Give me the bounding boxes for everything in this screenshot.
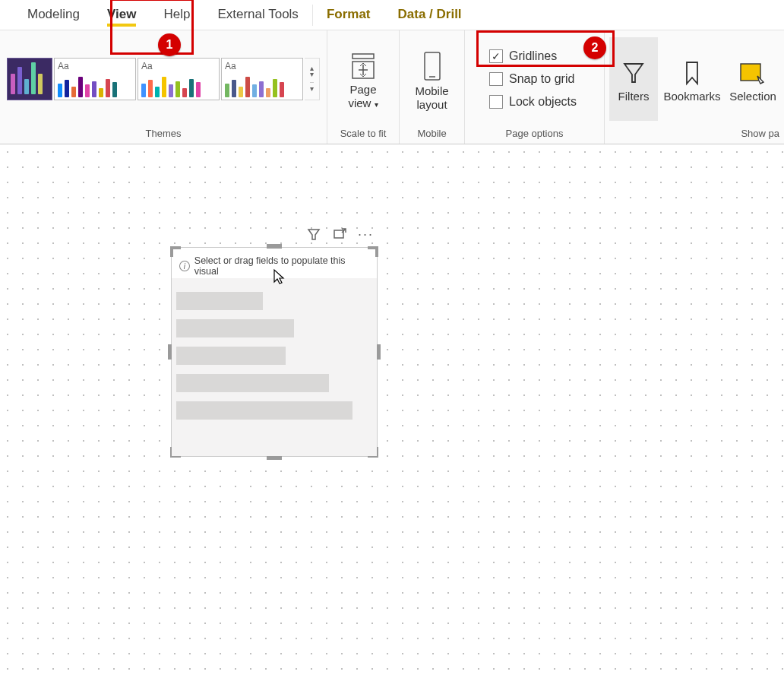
placeholder-bar: [176, 401, 352, 420]
mobile-layout-sublabel: layout: [417, 98, 447, 111]
tab-help[interactable]: Help: [150, 0, 204, 30]
callout-badge-1: 1: [158, 33, 181, 56]
more-options-icon[interactable]: ···: [358, 227, 374, 244]
checkbox-empty-icon: [489, 95, 503, 109]
group-show-panes: Filters Bookmarks Selection Show pa: [605, 30, 784, 144]
svg-rect-2: [425, 52, 440, 80]
filter-icon: [620, 59, 647, 87]
mobile-layout-button[interactable]: Mobile layout: [402, 37, 463, 121]
placeholder-bar: [176, 347, 286, 365]
chevron-down-icon: ▾: [375, 100, 378, 109]
theme-swatch-2[interactable]: Aa: [54, 58, 136, 100]
placeholder-bar: [176, 319, 294, 337]
group-mobile: Mobile layout Mobile: [400, 30, 465, 144]
callout-badge-2: 2: [583, 36, 606, 59]
theme-swatch-1[interactable]: [7, 58, 52, 100]
snap-label: Snap to grid: [509, 72, 574, 86]
placeholder-bar: [176, 292, 263, 310]
gridlines-label: Gridlines: [509, 49, 557, 63]
checkmark-icon: ✓: [489, 49, 503, 63]
themes-dropdown[interactable]: ▴ ▾ ▾: [305, 58, 320, 100]
tab-view[interactable]: View: [93, 0, 150, 30]
visual-toolbar: ···: [303, 225, 377, 246]
placeholder-bar: [176, 374, 329, 392]
group-label-scale: Scale to fit: [340, 125, 387, 144]
report-canvas[interactable]: ··· i Select or drag fields to populate …: [0, 144, 784, 678]
filters-pane-button[interactable]: Filters: [609, 37, 658, 121]
theme-aa-label: Aa: [58, 61, 132, 71]
group-scale: Page view ▾ Scale to fit: [327, 30, 400, 144]
svg-rect-0: [352, 54, 374, 59]
bookmark-icon: [681, 59, 703, 87]
resize-handle-t[interactable]: [267, 244, 282, 249]
ribbon: Aa Aa: [0, 30, 784, 144]
group-label-show: Show pa: [741, 125, 779, 144]
tab-format[interactable]: Format: [313, 0, 384, 30]
visual-message-text: Select or drag fields to populate this v…: [194, 255, 369, 277]
placeholder-chart: [172, 278, 377, 456]
page-view-button[interactable]: Page view ▾: [333, 37, 394, 121]
mobile-layout-label: Mobile: [415, 84, 448, 98]
tab-data-drill[interactable]: Data / Drill: [384, 0, 476, 30]
checkbox-snap-to-grid[interactable]: Snap to grid: [489, 72, 577, 86]
chevron-down-icon: ▾: [310, 71, 314, 78]
group-label-page-options: Page options: [506, 125, 564, 144]
theme-swatch-4[interactable]: Aa: [221, 58, 303, 100]
mobile-icon: [422, 51, 443, 81]
visual-placeholder[interactable]: ··· i Select or drag fields to populate …: [171, 247, 378, 457]
filters-label: Filters: [618, 90, 650, 103]
checkbox-gridlines[interactable]: ✓ Gridlines: [489, 49, 577, 63]
theme-aa-label: Aa: [225, 61, 299, 71]
selection-label: Selection: [729, 90, 776, 103]
svg-rect-4: [741, 64, 760, 81]
tab-external-tools[interactable]: External Tools: [204, 0, 311, 30]
page-view-icon: [348, 52, 378, 80]
lock-label: Lock objects: [509, 95, 577, 109]
theme-swatch-3[interactable]: Aa: [138, 58, 220, 100]
page-view-sublabel: view ▾: [348, 97, 378, 109]
resize-handle-tr[interactable]: [368, 246, 378, 257]
chevron-down-icon: ▾: [310, 82, 314, 92]
ribbon-tabs: Modeling View Help External Tools Format…: [0, 0, 784, 30]
checkbox-lock-objects[interactable]: Lock objects: [489, 95, 577, 109]
bookmarks-pane-button[interactable]: Bookmarks: [658, 37, 726, 121]
focus-mode-icon[interactable]: [332, 227, 347, 244]
bookmarks-label: Bookmarks: [663, 90, 720, 103]
checkbox-empty-icon: [489, 72, 503, 86]
tab-modeling[interactable]: Modeling: [14, 0, 93, 30]
theme-aa-label: Aa: [141, 61, 216, 71]
selection-icon: [738, 59, 768, 87]
page-view-label: Page: [349, 83, 376, 97]
group-label-themes: Themes: [146, 125, 182, 144]
svg-rect-5: [334, 230, 343, 238]
filter-icon[interactable]: [306, 227, 321, 244]
selection-pane-button[interactable]: Selection: [726, 37, 779, 121]
resize-handle-tl[interactable]: [170, 246, 181, 257]
group-label-mobile: Mobile: [417, 125, 446, 144]
info-icon: i: [179, 261, 190, 271]
visual-empty-message: i Select or drag fields to populate this…: [172, 248, 377, 281]
